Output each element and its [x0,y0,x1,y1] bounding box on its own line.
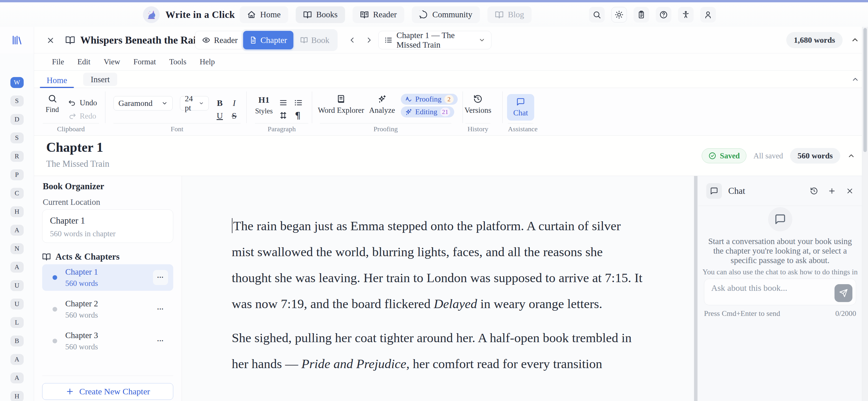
book-avatar[interactable]: A [10,372,24,383]
strikethrough-button[interactable]: S [228,109,240,122]
word-explorer-button[interactable]: Word Explorer [316,94,366,115]
book-avatar[interactable]: S [10,132,24,143]
library-home-button[interactable] [0,27,34,54]
book-organizer-panel: Book Organizer Current Location Chapter … [34,176,182,401]
menu-file[interactable]: File [52,58,64,66]
top-right-actions [589,2,716,27]
saved-badge: Saved [702,148,746,163]
underline-button[interactable]: U [214,109,226,122]
profile-button[interactable] [700,7,716,23]
font-family-select[interactable]: Garamond [114,96,173,110]
chapter-list-item[interactable]: Chapter 2 560 words ••• [42,296,173,323]
plus-icon [66,387,74,396]
book-avatar[interactable]: C [10,188,24,199]
close-document-button[interactable] [45,35,56,46]
pilcrow-icon[interactable]: ¶ [295,110,301,121]
message-square-icon [516,98,525,106]
chapter-view-button[interactable]: Chapter [243,31,293,49]
book-avatar[interactable]: B [10,335,24,346]
new-chat-button[interactable] [828,187,836,195]
nav-reader[interactable]: Reader [352,6,404,23]
book-view-button[interactable]: Book [294,31,336,49]
chapter-selector-dropdown[interactable]: Chapter 1 — The Missed Train [378,31,492,49]
current-location-label: Current Location [43,197,100,207]
top-accent-bar [0,0,868,2]
chat-input[interactable] [711,283,821,300]
current-location-card[interactable]: Chapter 1 560 words in chapter [42,209,173,243]
font-size-select[interactable]: 24 pt [180,96,209,110]
accessibility-button[interactable] [678,7,693,23]
book-avatar[interactable]: L [10,317,24,328]
book-avatar[interactable]: A [10,262,24,273]
clipboard-button[interactable] [633,7,649,23]
collapse-ribbon-button[interactable] [851,75,859,83]
versions-button[interactable]: Versions [465,94,491,115]
book-avatar[interactable]: S [10,96,24,106]
book-avatar[interactable]: N [10,243,24,254]
editor-scrollbar-thumb[interactable] [694,176,698,401]
group-label-paragraph: Paragraph [255,125,308,133]
create-new-chapter-button[interactable]: Create New Chapter [42,383,173,400]
tab-insert[interactable]: Insert [83,73,117,86]
menu-format[interactable]: Format [133,58,156,66]
book-avatar[interactable]: H [10,206,24,217]
tab-home[interactable]: Home [40,72,74,88]
menu-tools[interactable]: Tools [169,58,187,66]
editing-badge[interactable]: Editing 21 [401,106,454,118]
book-avatar[interactable]: W [10,77,24,88]
book-avatar[interactable]: R [10,151,24,162]
align-button[interactable] [279,98,288,107]
chapter-more-button[interactable]: ••• [153,302,168,317]
chapter-more-button[interactable]: ••• [153,270,168,285]
book-avatar[interactable]: U [10,299,24,309]
eye-icon [202,36,210,44]
styles-button[interactable]: H1 Styles [253,95,274,115]
nav-community[interactable]: Community [412,6,480,23]
nav-blog[interactable]: Blog [488,6,532,23]
book-avatar[interactable]: D [10,114,24,125]
italic-button[interactable]: I [228,97,240,109]
chapter-more-button[interactable]: ••• [153,334,168,348]
chat-input-card [704,279,856,305]
theme-toggle-button[interactable] [611,7,627,23]
nav-home[interactable]: Home [240,6,288,23]
send-button[interactable] [835,284,852,302]
next-chapter-button[interactable] [363,34,375,46]
prev-chapter-button[interactable] [346,34,359,46]
chapter-list-item[interactable]: Chapter 3 560 words ••• [42,328,173,354]
page-scrollbar[interactable] [862,27,868,401]
menu-help[interactable]: Help [200,58,215,66]
list-button[interactable] [294,98,303,107]
book-avatar[interactable]: P [10,169,24,180]
chapter-editor-surface[interactable]: The rain began just as Emma stepped onto… [182,176,694,401]
send-icon [839,289,848,297]
collapse-header-button[interactable] [851,35,859,44]
chapter-status-dot [53,307,57,311]
bold-button[interactable]: B [214,97,226,109]
find-button[interactable]: Find [43,94,62,114]
chapter-word-count: 560 words [790,148,840,164]
close-chat-button[interactable] [846,187,854,195]
reader-mode-button[interactable]: Reader [195,31,245,49]
chevron-up-icon[interactable] [847,152,855,160]
chat-history-button[interactable] [810,187,818,195]
line-spacing-button[interactable] [279,111,288,120]
analyze-button[interactable]: Analyze [367,94,397,115]
book-avatar[interactable]: U [10,280,24,291]
redo-button[interactable]: Redo [68,112,96,121]
editor-scrollbar[interactable] [694,176,698,401]
chat-toggle-button[interactable]: Chat [507,94,534,121]
nav-books[interactable]: Books [296,6,345,23]
chapter-list-item[interactable]: Chapter 1 560 words ••• [42,264,173,291]
book-avatar[interactable]: A [10,354,24,365]
page-scrollbar-thumb[interactable] [863,28,867,152]
book-avatar[interactable]: A [10,225,24,236]
search-button[interactable] [589,7,604,23]
book-avatar[interactable]: H [10,391,24,401]
help-button[interactable] [656,7,671,23]
clipboard-icon [637,10,646,19]
undo-button[interactable]: Undo [68,98,97,107]
menu-view[interactable]: View [104,58,120,66]
proofing-badge[interactable]: Proofing 2 [401,94,458,105]
menu-edit[interactable]: Edit [78,58,90,66]
